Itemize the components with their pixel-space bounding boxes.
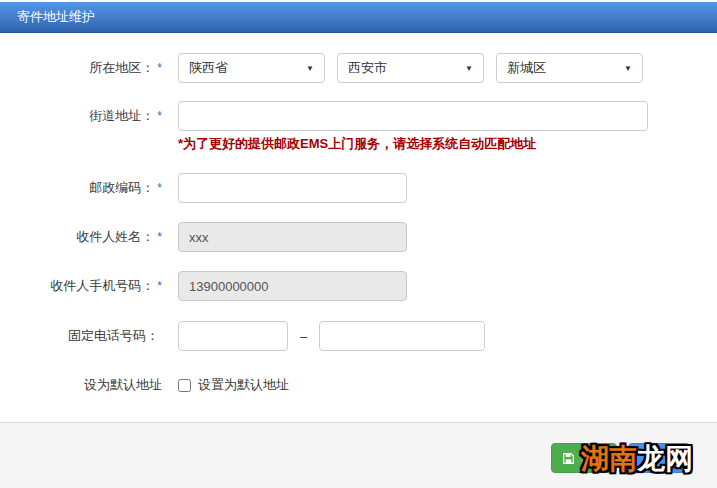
- receiver-name-row: 收件人姓名：*: [0, 222, 407, 252]
- receiver-mobile-label: 收件人手机号码：*: [0, 277, 162, 295]
- footer-bar: 保存: [0, 423, 717, 488]
- required-mark: *: [157, 181, 162, 195]
- postcode-row: 邮政编码：*: [0, 173, 407, 203]
- chevron-down-icon: ▼: [624, 64, 632, 73]
- phone-number-input[interactable]: [319, 321, 485, 351]
- street-label: 街道地址：*: [0, 107, 162, 125]
- region-row: 所在地区：* 陕西省 ▼ 西安市 ▼ 新城区 ▼: [0, 53, 643, 83]
- page-title: 寄件地址维护: [17, 9, 95, 24]
- required-mark: *: [157, 230, 162, 244]
- district-select-value: 新城区: [507, 59, 546, 77]
- region-label: 所在地区：*: [0, 59, 162, 77]
- district-select[interactable]: 新城区 ▼: [496, 53, 643, 83]
- street-address-input[interactable]: [178, 101, 648, 131]
- required-mark: *: [157, 279, 162, 293]
- phone-area-code-input[interactable]: [178, 321, 288, 351]
- province-select[interactable]: 陕西省 ▼: [178, 53, 325, 83]
- ems-address-hint: *为了更好的提供邮政EMS上门服务，请选择系统自动匹配地址: [178, 135, 536, 153]
- receiver-name-input: [178, 222, 407, 252]
- street-row: 街道地址：*: [0, 101, 648, 131]
- city-select-value: 西安市: [348, 59, 387, 77]
- city-select[interactable]: 西安市 ▼: [337, 53, 484, 83]
- save-button-label: 保存: [580, 449, 606, 467]
- default-address-label: 设为默认地址: [0, 376, 162, 394]
- default-address-checkbox[interactable]: [178, 379, 191, 392]
- fixed-phone-row: 固定电话号码： –: [0, 321, 485, 351]
- province-select-value: 陕西省: [189, 59, 228, 77]
- fixed-phone-label: 固定电话号码：: [0, 327, 162, 345]
- back-button[interactable]: [628, 443, 690, 473]
- chevron-down-icon: ▼: [306, 64, 314, 73]
- required-mark: *: [157, 109, 162, 123]
- panel-header: 寄件地址维护: [0, 2, 717, 33]
- default-address-checkbox-label: 设置为默认地址: [198, 376, 289, 394]
- postcode-input[interactable]: [178, 173, 407, 203]
- default-address-row: 设为默认地址 设置为默认地址: [0, 377, 289, 393]
- receiver-mobile-row: 收件人手机号码：*: [0, 271, 407, 301]
- receiver-mobile-input: [178, 271, 407, 301]
- receiver-name-label: 收件人姓名：*: [0, 228, 162, 246]
- postcode-label: 邮政编码：*: [0, 179, 162, 197]
- region-selects: 陕西省 ▼ 西安市 ▼ 新城区 ▼: [178, 53, 643, 83]
- save-icon: [562, 452, 575, 465]
- phone-separator: –: [300, 329, 307, 344]
- required-mark: *: [157, 61, 162, 75]
- save-button[interactable]: 保存: [551, 443, 617, 473]
- chevron-down-icon: ▼: [465, 64, 473, 73]
